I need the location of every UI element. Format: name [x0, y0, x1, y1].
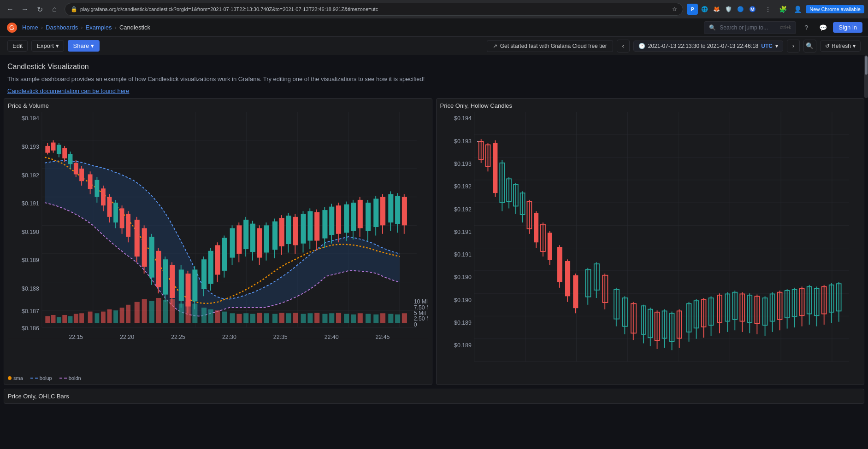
search-placeholder: Search or jump to... [720, 24, 768, 31]
timezone-label: UTC [761, 43, 773, 49]
dashboard-info: Candlestick Visualization This sample da… [0, 55, 868, 98]
svg-rect-79 [215, 245, 220, 274]
svg-rect-152 [179, 303, 184, 323]
search-icon: 🔍 [709, 24, 716, 31]
svg-rect-33 [57, 145, 61, 154]
breadcrumb-sep-3: › [115, 24, 117, 31]
scroll-indicator[interactable] [864, 55, 868, 98]
chevron-down-icon: ▾ [775, 43, 778, 49]
time-range-text: 2021-07-13 22:13:30 to 2021-07-13 22:46:… [648, 43, 759, 49]
bolup-color [30, 378, 38, 379]
chart-price-volume-svg: $0.194 $0.193 $0.192 $0.191 $0.190 $0.18… [8, 112, 428, 373]
sign-in-button[interactable]: Sign in [833, 22, 862, 33]
cloud-btn[interactable]: ↗ Get started fast with Grafana Cloud fr… [487, 40, 613, 52]
chart-price-volume: $0.194 $0.193 $0.192 $0.191 $0.190 $0.18… [8, 112, 428, 373]
svg-text:0: 0 [414, 321, 417, 327]
profile-icon-btn[interactable]: 👤 [791, 3, 804, 16]
svg-rect-167 [286, 313, 291, 323]
breadcrumb-dashboards[interactable]: Dashboards [46, 24, 78, 31]
help-icon-btn[interactable]: ? [800, 21, 813, 34]
browser-actions: ⋮ 🧩 👤 New Chrome available [762, 3, 864, 16]
chrome-available-badge[interactable]: New Chrome available [806, 5, 864, 13]
svg-text:22:35: 22:35 [273, 333, 288, 340]
chart-price-hollow: $0.194 $0.193 $0.193 $0.192 $0.192 $0.19… [440, 112, 861, 379]
dashboard-link[interactable]: Candlestick documentation can be found h… [7, 87, 130, 94]
time-forward-button[interactable]: › [787, 40, 800, 52]
svg-rect-160 [236, 314, 242, 323]
svg-rect-251 [557, 247, 562, 282]
svg-rect-105 [307, 211, 313, 240]
svg-rect-180 [380, 313, 385, 323]
svg-rect-89 [250, 223, 255, 252]
home-button[interactable]: ⌂ [48, 3, 61, 16]
svg-rect-113 [336, 205, 341, 234]
nav-right: 🔍 Search or jump to... ctrl+k ? 💬 Sign i… [704, 21, 862, 34]
svg-rect-53 [120, 208, 124, 228]
svg-rect-145 [126, 304, 130, 322]
edit-button[interactable]: Edit [7, 40, 28, 52]
svg-rect-255 [573, 275, 578, 308]
browser-extensions: P 🌐 🦊 🛡️ 🔵 Ⓜ️ [687, 4, 758, 15]
breadcrumb-home[interactable]: Home [22, 24, 38, 31]
breadcrumb-examples[interactable]: Examples [85, 24, 112, 31]
svg-rect-87 [243, 220, 248, 249]
back-button[interactable]: ← [4, 3, 17, 16]
svg-rect-67 [170, 265, 175, 297]
scroll-thumb[interactable] [865, 56, 868, 75]
svg-text:22:30: 22:30 [222, 333, 236, 340]
svg-rect-181 [388, 314, 393, 323]
toolbar-left: Edit Export ▾ Share ▾ [7, 40, 100, 52]
svg-rect-146 [135, 302, 140, 323]
svg-rect-165 [272, 314, 278, 323]
dashboard-title: Candlestick Visualization [7, 63, 861, 71]
share-button[interactable]: Share ▾ [68, 40, 100, 52]
refresh-chevron-icon: ▾ [853, 43, 856, 49]
svg-rect-125 [380, 197, 385, 225]
svg-text:$0.190: $0.190 [454, 274, 472, 280]
svg-rect-127 [388, 194, 393, 222]
reload-button[interactable]: ↻ [33, 3, 46, 16]
svg-rect-173 [329, 313, 334, 323]
export-button[interactable]: Export ▾ [31, 40, 64, 52]
time-range-picker[interactable]: 🕐 2021-07-13 22:13:30 to 2021-07-13 22:4… [633, 41, 783, 52]
search-bar[interactable]: 🔍 Search or jump to... ctrl+k [704, 21, 796, 34]
svg-rect-97 [279, 218, 284, 246]
svg-rect-109 [322, 210, 327, 239]
svg-rect-163 [257, 313, 262, 323]
svg-rect-91 [257, 228, 262, 257]
svg-rect-164 [264, 313, 269, 323]
toolbar-right: ↗ Get started fast with Grafana Cloud fr… [487, 40, 861, 52]
svg-text:$0.187: $0.187 [22, 308, 39, 315]
svg-rect-134 [57, 317, 61, 322]
time-back-button[interactable]: ‹ [617, 40, 630, 52]
svg-rect-156 [208, 309, 213, 323]
svg-rect-155 [201, 307, 207, 322]
sma-label: sma [13, 375, 23, 381]
refresh-button[interactable]: ↺ Refresh ▾ [820, 41, 861, 52]
settings-icon-btn[interactable]: ⋮ [762, 3, 774, 16]
svg-rect-121 [366, 203, 371, 231]
svg-text:$0.191: $0.191 [454, 228, 472, 235]
svg-text:$0.193: $0.193 [454, 138, 472, 144]
svg-text:22:20: 22:20 [120, 333, 134, 340]
svg-rect-131 [402, 197, 407, 225]
svg-rect-154 [192, 303, 197, 323]
svg-rect-153 [186, 302, 191, 323]
panel-price-hollow-title: Price Only, Hollow Candles [440, 102, 861, 109]
forward-button[interactable]: → [18, 3, 31, 16]
search-shortcut: ctrl+k [780, 25, 791, 30]
svg-rect-140 [94, 313, 99, 323]
svg-rect-148 [149, 301, 154, 323]
svg-rect-142 [107, 309, 112, 323]
svg-rect-75 [201, 259, 207, 289]
svg-text:$0.193: $0.193 [22, 144, 39, 150]
url-text: play.grafana.org/d/candlestick/candlesti… [80, 6, 378, 12]
speech-icon-btn[interactable]: 💬 [816, 21, 829, 34]
extensions-icon-btn[interactable]: 🧩 [776, 3, 789, 16]
svg-text:$0.186: $0.186 [22, 325, 39, 332]
zoom-out-button[interactable]: 🔍 [803, 40, 816, 52]
address-bar[interactable]: 🔒 play.grafana.org/d/candlestick/candles… [65, 3, 683, 16]
svg-rect-39 [74, 163, 78, 174]
breadcrumb-current: Candlestick [119, 24, 150, 31]
svg-rect-117 [351, 203, 356, 231]
